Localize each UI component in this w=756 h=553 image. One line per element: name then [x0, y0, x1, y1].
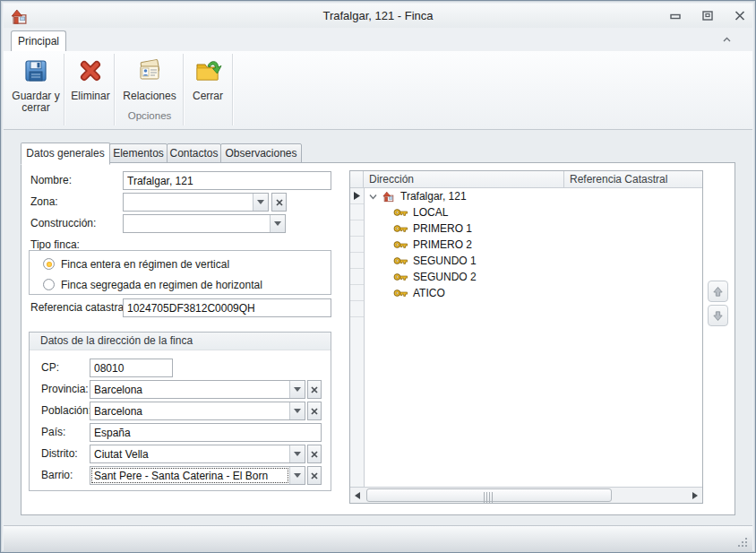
cp-label: CP: — [41, 359, 59, 376]
tree-row-child[interactable]: SEGUNDO 1 — [365, 253, 702, 269]
move-up-button[interactable] — [708, 281, 728, 302]
tree-row-root[interactable]: Trafalgar, 121 — [365, 188, 702, 204]
barrio-input[interactable] — [90, 467, 289, 484]
row-indicator — [350, 301, 364, 317]
move-down-button[interactable] — [708, 305, 728, 326]
referencia-catastral-label: Referencia catastral: — [30, 298, 129, 316]
tab-contactos[interactable]: Contactos — [167, 143, 221, 164]
zona-clear-button[interactable] — [271, 193, 287, 212]
close-form-button[interactable]: Cerrar — [186, 54, 229, 124]
nombre-input[interactable] — [123, 171, 331, 190]
barrio-dropdown-button[interactable] — [289, 467, 305, 484]
save-and-close-label: Guardar y cerrar — [11, 91, 61, 114]
scrollbar-thumb[interactable] — [366, 488, 612, 502]
grid-indicator-header — [350, 171, 364, 188]
poblacion-input[interactable] — [90, 402, 289, 419]
contact-cards-icon — [135, 56, 164, 85]
barrio-combo[interactable] — [90, 466, 305, 485]
pais-label: País: — [41, 423, 65, 441]
chevron-down-icon — [294, 409, 301, 413]
construccion-input[interactable] — [124, 215, 270, 232]
horizontal-scrollbar[interactable] — [350, 487, 702, 503]
referencia-catastral-input[interactable] — [123, 298, 331, 317]
radio-finca-segregada[interactable] — [43, 279, 55, 290]
construccion-dropdown-button[interactable] — [270, 215, 285, 232]
distrito-clear-button[interactable] — [307, 445, 322, 463]
arrow-down-icon — [712, 310, 724, 322]
save-and-close-button[interactable]: Guardar y cerrar — [11, 54, 61, 124]
close-form-label: Cerrar — [186, 91, 229, 102]
status-bar — [4, 525, 752, 552]
distrito-input[interactable] — [90, 445, 289, 462]
provincia-clear-button[interactable] — [307, 380, 322, 399]
tree-row-child[interactable]: PRIMERO 1 — [365, 220, 702, 237]
ribbon-group-label: Opciones — [116, 110, 183, 121]
distrito-combo[interactable] — [90, 445, 305, 463]
delete-button[interactable]: Eliminar — [67, 54, 114, 124]
distrito-label: Distrito: — [41, 445, 78, 462]
grid-header: Dirección Referencia Catastral — [350, 171, 702, 188]
barrio-clear-button[interactable] — [307, 466, 322, 485]
arrow-left-icon — [355, 492, 360, 499]
provincia-combo[interactable] — [90, 380, 305, 399]
grid-column-direccion[interactable]: Dirección — [364, 171, 564, 188]
zona-input[interactable] — [124, 194, 253, 211]
tab-observaciones[interactable]: Observaciones — [220, 143, 302, 164]
zona-combo[interactable] — [123, 193, 269, 212]
poblacion-combo[interactable] — [90, 402, 305, 420]
distrito-dropdown-button[interactable] — [289, 445, 305, 462]
close-icon — [735, 11, 745, 21]
ribbon-separator — [114, 54, 116, 125]
delete-x-icon — [76, 56, 105, 85]
zona-dropdown-button[interactable] — [253, 194, 268, 211]
poblacion-clear-button[interactable] — [307, 402, 322, 420]
tree-child-label: SEGUNDO 1 — [413, 255, 477, 267]
provincia-dropdown-button[interactable] — [289, 381, 305, 398]
expander-collapse-icon[interactable] — [368, 192, 378, 202]
key-icon — [393, 272, 408, 281]
relations-label: Relaciones — [117, 91, 182, 102]
clear-x-icon — [311, 451, 318, 458]
tab-datos-generales[interactable]: Datos generales — [21, 143, 110, 165]
ribbon-separator — [64, 54, 65, 125]
row-indicator — [350, 285, 364, 301]
grid-row-indicator-strip — [350, 188, 365, 488]
tree-row-child[interactable]: SEGUNDO 2 — [365, 269, 702, 285]
pais-input[interactable] — [90, 423, 322, 442]
resize-grip[interactable] — [737, 537, 748, 548]
delete-label: Eliminar — [67, 91, 114, 102]
radio-finca-entera[interactable] — [43, 258, 55, 270]
chevron-down-icon — [294, 387, 301, 392]
close-button[interactable] — [733, 9, 747, 23]
zona-label: Zona: — [30, 193, 58, 211]
tab-elementos[interactable]: Elementos — [109, 143, 168, 164]
radio-finca-segregada-label: Finca segregada en regimen de horizontal — [61, 278, 262, 292]
arrow-up-icon — [712, 286, 724, 298]
arrow-right-icon — [692, 492, 698, 499]
key-icon — [393, 240, 408, 249]
nombre-label: Nombre: — [30, 171, 72, 189]
tree-root-label: Trafalgar, 121 — [400, 190, 467, 203]
cp-input[interactable] — [90, 359, 173, 377]
collapse-ribbon-icon[interactable] — [721, 34, 733, 46]
barrio-label: Barrio: — [41, 466, 73, 484]
ribbon-tab-principal[interactable]: Principal — [11, 30, 66, 52]
tree-row-child[interactable]: PRIMERO 2 — [365, 237, 702, 253]
poblacion-dropdown-button[interactable] — [289, 402, 305, 419]
row-indicator-current[interactable] — [350, 188, 364, 204]
chevron-down-icon — [257, 200, 264, 204]
tree-row-child[interactable]: LOCAL — [365, 204, 702, 220]
window-frame: Trafalgar, 121 - Finca Principal — [0, 0, 756, 553]
chevron-down-icon — [294, 473, 301, 478]
direcciones-grid: Dirección Referencia Catastral — [349, 170, 703, 504]
scroll-right-button[interactable] — [688, 488, 702, 503]
grid-column-referencia[interactable]: Referencia Catastral — [564, 171, 702, 188]
provincia-input[interactable] — [90, 381, 289, 398]
tree-row-child[interactable]: ATICO — [365, 285, 702, 301]
grid-body: Trafalgar, 121 LOCAL PRIMERO 1 PRIMERO 2 — [365, 188, 702, 488]
row-indicator — [350, 269, 364, 285]
restore-button[interactable] — [700, 9, 715, 23]
construccion-combo[interactable] — [123, 214, 286, 233]
minimize-button[interactable] — [668, 9, 683, 23]
scroll-left-button[interactable] — [350, 488, 365, 503]
